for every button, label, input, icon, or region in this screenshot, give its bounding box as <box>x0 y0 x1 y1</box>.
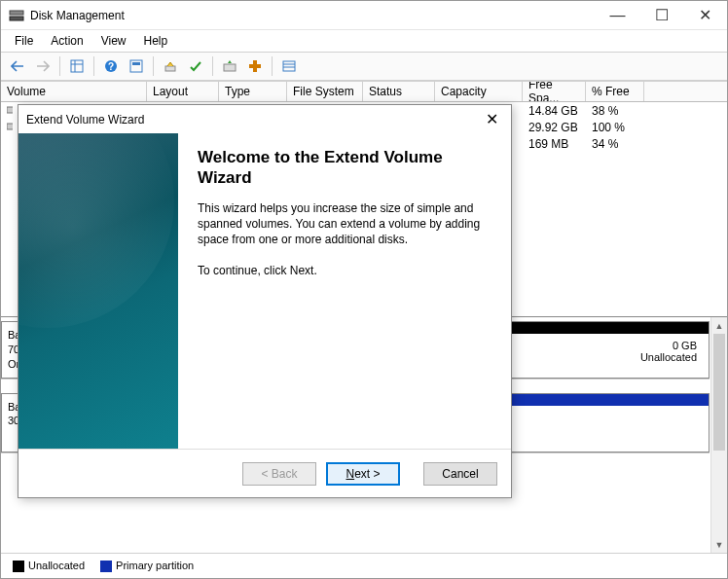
menu-file[interactable]: File <box>7 32 41 50</box>
wizard-heading: Welcome to the Extend Volume Wizard <box>198 147 491 189</box>
swatch-black <box>13 561 24 572</box>
close-icon: ✕ <box>486 110 498 128</box>
back-button: < Back <box>242 462 316 486</box>
list-button[interactable] <box>278 55 300 77</box>
window-title: Disk Management <box>30 9 596 22</box>
swatch-blue <box>100 561 112 572</box>
settings-button[interactable] <box>126 55 147 77</box>
menubar: File Action View Help <box>1 30 727 52</box>
scroll-down-icon[interactable]: ▼ <box>711 536 727 553</box>
svg-rect-10 <box>132 62 140 65</box>
cell-pct: 34 % <box>586 137 644 151</box>
col-spacer <box>644 82 727 101</box>
col-type[interactable]: Type <box>219 82 287 101</box>
wizard-paragraph: This wizard helps you increase the size … <box>198 200 491 248</box>
cell-free: 169 MB <box>523 137 586 151</box>
col-status[interactable]: Status <box>363 82 435 101</box>
svg-rect-0 <box>10 11 23 15</box>
svg-text:?: ? <box>108 61 114 72</box>
forward-button[interactable] <box>32 55 54 77</box>
toolbar: ? <box>1 52 727 81</box>
cell-free: 14.84 GB <box>523 104 586 118</box>
menu-action[interactable]: Action <box>43 32 91 50</box>
cancel-button[interactable]: Cancel <box>423 462 497 486</box>
svg-rect-1 <box>10 17 23 20</box>
separator <box>153 56 154 76</box>
col-fs[interactable]: File System <box>287 82 363 101</box>
wizard-close-button[interactable]: ✕ <box>480 108 503 131</box>
svg-rect-9 <box>130 60 142 72</box>
svg-rect-15 <box>283 61 295 71</box>
scroll-up-icon[interactable]: ▲ <box>711 317 727 334</box>
separator <box>272 56 273 76</box>
col-free[interactable]: Free Spa... <box>523 82 586 101</box>
maximize-button[interactable]: ☐ <box>639 1 683 29</box>
check-button[interactable] <box>185 55 206 77</box>
legend: Unallocated Primary partition <box>1 553 727 578</box>
extend-volume-wizard-dialog: Extend Volume Wizard ✕ Welcome to the Ex… <box>18 104 512 498</box>
cell-pct: 100 % <box>586 121 644 134</box>
create-button[interactable] <box>244 55 266 77</box>
legend-primary: Primary partition <box>100 560 194 572</box>
close-button[interactable]: ✕ <box>683 1 727 29</box>
menu-view[interactable]: View <box>93 32 134 50</box>
app-icon <box>9 8 24 23</box>
cell-free: 29.92 GB <box>523 121 586 134</box>
wizard-paragraph: To continue, click Next. <box>198 263 491 278</box>
svg-rect-11 <box>165 66 175 71</box>
titlebar: Disk Management — ☐ ✕ <box>1 1 727 30</box>
wizard-content: Welcome to the Extend Volume Wizard This… <box>178 133 511 449</box>
views-button[interactable] <box>66 55 88 77</box>
col-layout[interactable]: Layout <box>147 82 219 101</box>
scroll-thumb[interactable] <box>713 334 725 451</box>
separator <box>59 56 60 76</box>
separator <box>93 56 94 76</box>
wizard-footer: < Back Next > Cancel <box>18 449 511 497</box>
col-capacity[interactable]: Capacity <box>435 82 523 101</box>
back-button[interactable] <box>7 55 28 77</box>
minimize-button[interactable]: — <box>596 1 639 29</box>
next-button[interactable]: Next > <box>326 462 400 486</box>
svg-rect-4 <box>71 60 83 72</box>
wizard-banner <box>18 133 178 449</box>
menu-help[interactable]: Help <box>136 32 176 50</box>
col-pct[interactable]: % Free <box>586 82 644 101</box>
vertical-scrollbar[interactable]: ▲ ▼ <box>710 317 727 553</box>
svg-rect-14 <box>249 64 261 68</box>
scan-button[interactable] <box>160 55 181 77</box>
svg-rect-12 <box>224 64 236 71</box>
separator <box>212 56 213 76</box>
rescan-button[interactable] <box>219 55 240 77</box>
help-button[interactable]: ? <box>100 55 122 77</box>
wizard-body: Welcome to the Extend Volume Wizard This… <box>18 133 511 449</box>
legend-unallocated: Unallocated <box>13 560 85 572</box>
cell-pct: 38 % <box>586 104 644 118</box>
